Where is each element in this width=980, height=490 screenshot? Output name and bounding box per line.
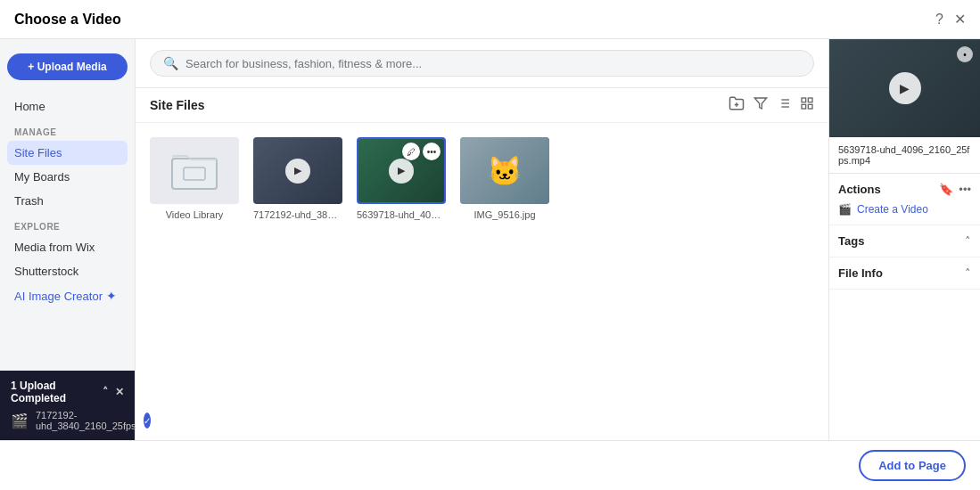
my-boards-label: My Boards <box>14 170 70 184</box>
actions-section: Actions 🔖 ••• 🎬 Create a Video <box>829 174 980 225</box>
sidebar-item-ai-image-creator[interactable]: AI Image Creator ✦ <box>7 283 128 308</box>
search-container: 🔍 <box>136 39 828 88</box>
edit-thumb-button[interactable]: 🖊 <box>402 143 420 160</box>
toast-collapse-button[interactable]: ˄ <box>103 386 108 398</box>
list-item[interactable]: ▶ 🖊 ••• 5639718-uhd_4096_2160… <box>357 137 446 220</box>
sidebar-item-my-boards[interactable]: My Boards <box>7 165 128 189</box>
actions-icons: 🔖 ••• <box>939 183 971 196</box>
tags-title: Tags <box>838 234 864 248</box>
video-thumbnail: ▶ <box>253 137 342 204</box>
upload-completed-title: 1 Upload Completed <box>11 380 103 404</box>
preview-filename: 5639718-uhd_4096_2160_25fps.mp4 <box>829 137 980 174</box>
upload-filename: 7172192-uhd_3840_2160_25fps <box>36 410 136 431</box>
play-icon: ▶ <box>285 159 310 184</box>
video-thumbnail-selected: ▶ 🖊 ••• <box>357 137 446 204</box>
explore-section-label: EXPLORE <box>7 213 128 235</box>
header-actions: ? ✕ <box>935 11 966 28</box>
ai-image-creator-label: AI Image Creator <box>14 290 103 303</box>
upload-toast-header: 1 Upload Completed ˄ ✕ <box>11 380 124 404</box>
folder-icon <box>171 151 218 191</box>
modal-header: Choose a Video ? ✕ <box>0 0 980 39</box>
list-item[interactable]: 🐱 IMG_9516.jpg <box>460 137 549 220</box>
video-preview: ▶ • <box>829 39 980 137</box>
folder-thumbnail <box>150 137 239 204</box>
files-header: Site Files <box>136 88 828 123</box>
files-section-title: Site Files <box>150 98 204 112</box>
help-icon[interactable]: ? <box>935 12 943 28</box>
file-info-section: File Info ˄ <box>829 257 980 290</box>
site-files-label: Site Files <box>14 146 62 159</box>
search-icon: 🔍 <box>163 56 178 70</box>
svg-rect-10 <box>808 98 812 102</box>
sidebar-item-media-from-wix[interactable]: Media from Wix <box>7 235 128 259</box>
bookmark-icon[interactable]: 🔖 <box>939 183 953 196</box>
file-info-header[interactable]: File Info ˄ <box>838 266 971 280</box>
main-content: 🔍 Site Files <box>136 39 828 440</box>
tags-collapse-icon[interactable]: ˄ <box>965 234 971 248</box>
play-icon: ▶ <box>389 159 414 184</box>
create-video-label: Create a Video <box>857 203 928 216</box>
svg-rect-9 <box>802 98 806 102</box>
actions-header: Actions 🔖 ••• <box>838 183 971 196</box>
upload-toast: 1 Upload Completed ˄ ✕ 🎬 7172192-uhd_384… <box>0 371 135 440</box>
media-from-wix-label: Media from Wix <box>14 241 95 254</box>
more-icon[interactable]: ••• <box>959 183 971 196</box>
folder-name: Video Library <box>166 209 224 220</box>
video-name-selected: 5639718-uhd_4096_2160… <box>357 209 446 220</box>
close-icon[interactable]: ✕ <box>954 11 966 28</box>
svg-rect-12 <box>802 104 806 109</box>
svg-rect-13 <box>172 159 217 189</box>
image-name: IMG_9516.jpg <box>474 209 535 220</box>
svg-marker-2 <box>754 98 766 109</box>
svg-rect-11 <box>808 104 812 109</box>
modal-title: Choose a Video <box>14 12 121 28</box>
modal-body: + Upload Media Home MANAGE Site Files My… <box>0 39 980 440</box>
list-item[interactable]: ▶ 7172192-uhd_3840_2160… <box>253 137 342 220</box>
file-icon: 🎬 <box>11 412 29 429</box>
file-info-title: File Info <box>838 266 883 280</box>
sidebar-home-label: Home <box>14 100 45 113</box>
sparkle-icon: ✦ <box>106 289 117 303</box>
tags-header[interactable]: Tags ˄ <box>838 234 971 248</box>
right-panel: ▶ • 5639718-uhd_4096_2160_25fps.mp4 Acti… <box>828 39 980 440</box>
actions-title: Actions <box>838 183 881 196</box>
sidebar-item-shutterstock[interactable]: Shutterstock <box>7 259 128 283</box>
files-toolbar <box>729 95 814 115</box>
sidebar-item-trash[interactable]: Trash <box>7 189 128 213</box>
tags-section: Tags ˄ <box>829 225 980 257</box>
toast-controls: ˄ ✕ <box>103 386 124 398</box>
sidebar-item-home[interactable]: Home <box>7 94 128 118</box>
toast-close-button[interactable]: ✕ <box>115 386 124 398</box>
sort-icon[interactable] <box>777 96 791 114</box>
more-thumb-button[interactable]: ••• <box>423 143 441 160</box>
thumb-overlay: 🖊 ••• <box>402 143 441 160</box>
filter-icon[interactable] <box>754 96 768 114</box>
shutterstock-label: Shutterstock <box>14 265 78 278</box>
image-thumbnail: 🐱 <box>460 137 549 204</box>
preview-play-icon[interactable]: ▶ <box>889 72 921 104</box>
modal-footer: Add to Page <box>0 440 980 490</box>
create-video-icon: 🎬 <box>838 203 852 216</box>
file-info-collapse-icon[interactable]: ˄ <box>965 266 971 280</box>
grid-view-icon[interactable] <box>800 96 814 114</box>
preview-dot-icon: • <box>957 46 973 62</box>
upload-check-icon: ✓ <box>144 412 151 429</box>
trash-label: Trash <box>14 194 44 208</box>
create-video-link[interactable]: 🎬 Create a Video <box>838 203 971 216</box>
upload-completed-item: 🎬 7172192-uhd_3840_2160_25fps ✓ <box>11 404 124 431</box>
sidebar-item-site-files[interactable]: Site Files <box>7 141 128 165</box>
add-to-page-button[interactable]: Add to Page <box>859 450 966 481</box>
files-grid: Video Library ▶ 7172192-uhd_3840_2160… ▶… <box>136 123 828 440</box>
sidebar: + Upload Media Home MANAGE Site Files My… <box>0 39 136 440</box>
manage-section-label: MANAGE <box>7 118 128 141</box>
list-item[interactable]: Video Library <box>150 137 239 220</box>
video-name: 7172192-uhd_3840_2160… <box>253 209 342 220</box>
new-folder-icon[interactable] <box>729 95 745 115</box>
search-input[interactable] <box>185 57 801 70</box>
search-bar: 🔍 <box>150 50 814 77</box>
upload-media-button[interactable]: + Upload Media <box>7 53 128 80</box>
